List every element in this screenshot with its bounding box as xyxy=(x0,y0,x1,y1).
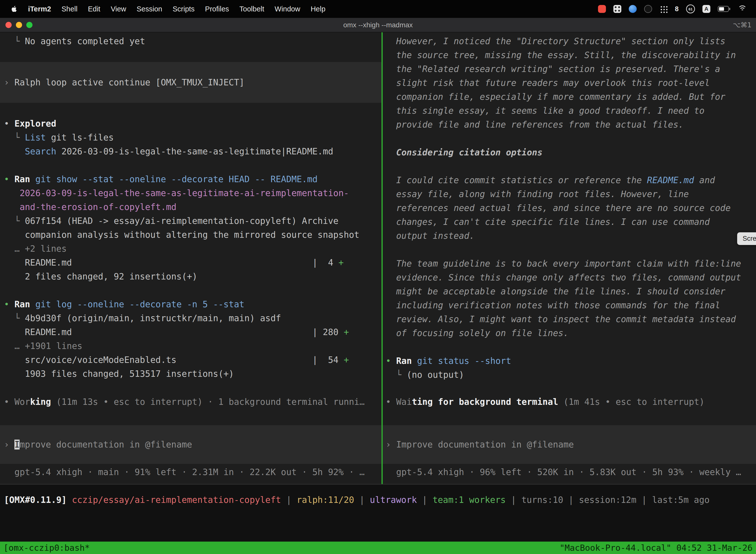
apple-menu[interactable] xyxy=(6,5,23,12)
left-prompt-input[interactable]: › Improve documentation in @filename xyxy=(0,425,381,464)
left-working-status: • Working (11m 13s • esc to interrupt) ·… xyxy=(0,395,381,409)
battery-nub xyxy=(729,8,730,10)
text-segment: ralph:11/20 xyxy=(297,495,354,505)
terminal-line: Considering citation options xyxy=(383,146,756,159)
left-pane-output: • Explored └ List git ls-files Search 20… xyxy=(0,117,381,381)
text-segment: | xyxy=(417,495,433,505)
text-segment: └ xyxy=(4,132,25,143)
text-segment: └ xyxy=(4,313,25,323)
close-button[interactable] xyxy=(5,22,12,28)
terminal-line: output instead. xyxy=(383,229,756,243)
number-key-icon[interactable]: 8 xyxy=(675,5,679,13)
text-segment: • xyxy=(4,299,14,309)
text-segment: git show --stat --oneline --decorate HEA… xyxy=(35,174,317,184)
left-input-text: mprove documentation in @filename xyxy=(19,440,192,449)
text-segment: › xyxy=(386,440,396,449)
text-segment: List xyxy=(25,132,46,143)
text-segment: However, I noticed the "Directory Struct… xyxy=(386,36,726,46)
zoom-button[interactable] xyxy=(26,22,33,28)
menu-help[interactable]: Help xyxy=(305,5,331,13)
text-segment: output instead. xyxy=(386,231,475,241)
text-segment: Explored xyxy=(14,119,56,128)
text-segment: The team guideline is to back every impo… xyxy=(386,259,741,269)
text-segment: last:5m ago xyxy=(652,495,710,505)
text-segment: Ralph loop active continue [OMX_TMUX_INJ… xyxy=(14,77,244,88)
text-segment: Wai xyxy=(396,397,412,407)
battery-icon[interactable] xyxy=(718,6,730,12)
menu-shell[interactable]: Shell xyxy=(56,5,83,13)
screen-recording-icon[interactable] xyxy=(598,5,606,13)
text-segment: (1m 41s • esc to interrupt) xyxy=(558,397,704,407)
right-pane-output: However, I noticed the "Directory Struct… xyxy=(383,34,756,382)
text-segment xyxy=(67,495,72,505)
text-segment: | xyxy=(506,495,521,505)
terminal-line: src/voice/voiceModeEnabled.ts | 54 + xyxy=(0,353,381,367)
menu-view[interactable]: View xyxy=(106,5,131,13)
wifi-icon[interactable] xyxy=(738,5,747,12)
terminal-line: references need actual files, and since … xyxy=(383,201,756,215)
text-segment: git ls-files xyxy=(46,132,114,143)
menu-session[interactable]: Session xyxy=(131,5,168,13)
terminal-line: the "Related research writing" section i… xyxy=(383,62,756,76)
text-segment: the "Related research writing" section i… xyxy=(386,64,720,74)
terminal-line xyxy=(0,283,381,297)
text-segment: changes, I can't cite specific file line… xyxy=(386,217,710,227)
keyboard-grid-icon[interactable] xyxy=(613,5,621,13)
menu-window[interactable]: Window xyxy=(269,5,305,13)
tmux-window-tab[interactable]: [omx-cczip0:bash* xyxy=(3,543,90,553)
text-segment: • xyxy=(386,397,396,407)
terminal-line: companion analysis without altering the … xyxy=(0,228,381,242)
text-segment: └ xyxy=(386,370,406,380)
terminal-line: … +2 lines xyxy=(0,242,381,256)
text-segment: … +1901 lines xyxy=(4,341,82,351)
text-segment: companion analysis without altering the … xyxy=(4,230,359,240)
dark-app-icon[interactable] xyxy=(644,5,652,13)
window-title-bar: omx --xhigh --madmax ⌥⌘1 xyxy=(0,18,756,32)
minimize-button[interactable] xyxy=(16,22,22,28)
tmux-status-bar: [omx-cczip0:bash* "MacBook-Pro-44.local"… xyxy=(0,542,756,554)
percent-badge-icon[interactable]: 61 xyxy=(686,4,695,13)
terminal-line: README.md | 280 + xyxy=(0,325,381,339)
text-segment: review. Also, I might want to inspect th… xyxy=(386,314,736,324)
terminal-line xyxy=(383,131,756,146)
right-model-status: gpt-5.4 xhigh · 96% left · 520K in · 5.8… xyxy=(383,465,756,479)
right-agent-pane: However, I noticed the "Directory Struct… xyxy=(383,32,756,484)
text-segment: and-the-erosion-of-copyleft.md xyxy=(19,202,176,212)
battery-body xyxy=(718,6,729,12)
terminal-line: 2026-03-09-is-legal-the-same-as-legitima… xyxy=(0,186,381,200)
left-pane-scrollback: └ No agents completed yet › Ralph loop a… xyxy=(0,32,381,381)
left-agent-pane: └ No agents completed yet › Ralph loop a… xyxy=(0,32,381,484)
window-title: omx --xhigh --madmax xyxy=(0,21,756,29)
input-source-icon[interactable]: A xyxy=(702,5,710,13)
menu-edit[interactable]: Edit xyxy=(82,5,106,13)
menu-toolbelt[interactable]: Toolbelt xyxy=(234,5,269,13)
ralph-loop-banner-text: › Ralph loop active continue [OMX_TMUX_I… xyxy=(0,75,381,89)
text-segment: Ran xyxy=(14,299,30,309)
text-segment: essay file, along with finding root file… xyxy=(386,189,689,199)
terminal-line: • Explored xyxy=(0,117,381,130)
blue-app-icon[interactable] xyxy=(629,5,637,13)
terminal-line: • Ran git show --stat --oneline --decora… xyxy=(0,172,381,186)
text-segment: companion file, especially if more comme… xyxy=(386,92,726,102)
tmux-clock: "MacBook-Pro-44.local" 04:52 31-Mar-26 xyxy=(560,543,753,553)
terminal-line xyxy=(383,340,756,354)
text-segment xyxy=(4,202,19,212)
text-segment: git log --oneline --decorate -n 5 --stat xyxy=(35,299,244,309)
dots-grid-icon[interactable] xyxy=(659,5,668,13)
terminal-line: might be acceptable alongside the file l… xyxy=(383,284,756,298)
text-segment: | xyxy=(281,495,297,505)
right-prompt-input[interactable]: › Improve documentation in @filename xyxy=(383,425,756,464)
terminal-line: Search 2026-03-09-is-legal-the-same-as-l… xyxy=(0,145,381,158)
text-segment: 4b9d30f (origin/main, instructkr/main, m… xyxy=(25,313,281,323)
menu-scripts[interactable]: Scripts xyxy=(168,5,200,13)
text-segment: 2026-03-09-is-legal-the-same-as-legitima… xyxy=(19,188,349,198)
menu-profiles[interactable]: Profiles xyxy=(200,5,234,13)
omx-status-area: [OMX#0.11.9] cczip/essay/ai-reimplementa… xyxy=(0,485,756,542)
terminal-line: of focusing solely on file lines. xyxy=(383,326,756,340)
menu-iterm2[interactable]: iTerm2 xyxy=(23,5,56,13)
text-segment: • xyxy=(4,174,14,184)
screen-share-tooltip[interactable]: Scre xyxy=(737,232,756,245)
text-segment: + xyxy=(344,355,349,365)
text-segment: Search xyxy=(25,147,56,156)
text-segment: • xyxy=(386,356,396,366)
